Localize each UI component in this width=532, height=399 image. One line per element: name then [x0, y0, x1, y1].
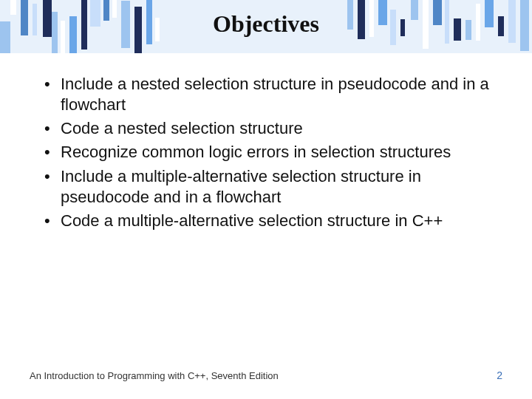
objectives-list: Include a nested selection structure in … — [41, 74, 492, 231]
bullet-text: Code a nested selection structure — [61, 119, 303, 137]
list-item: Include a nested selection structure in … — [41, 74, 492, 115]
list-item: Code a nested selection structure — [41, 118, 492, 139]
bullet-text: Recognize common logic errors in selecti… — [61, 143, 451, 161]
list-item: Code a multiple-alternative selection st… — [41, 211, 492, 231]
bullet-text: Code a multiple-alternative selection st… — [61, 211, 443, 230]
bullet-text: Include a multiple-alternative selection… — [61, 167, 421, 206]
list-item: Include a multiple-alternative selection… — [41, 166, 492, 208]
footer-text: An Introduction to Programming with C++,… — [30, 370, 279, 381]
page-number: 2 — [497, 369, 502, 381]
slide-footer: An Introduction to Programming with C++,… — [30, 369, 502, 381]
list-item: Recognize common logic errors in selecti… — [41, 142, 492, 163]
slide-body: Include a nested selection structure in … — [41, 74, 492, 234]
bullet-text: Include a nested selection structure in … — [61, 75, 489, 114]
slide-title: Objectives — [0, 10, 532, 38]
